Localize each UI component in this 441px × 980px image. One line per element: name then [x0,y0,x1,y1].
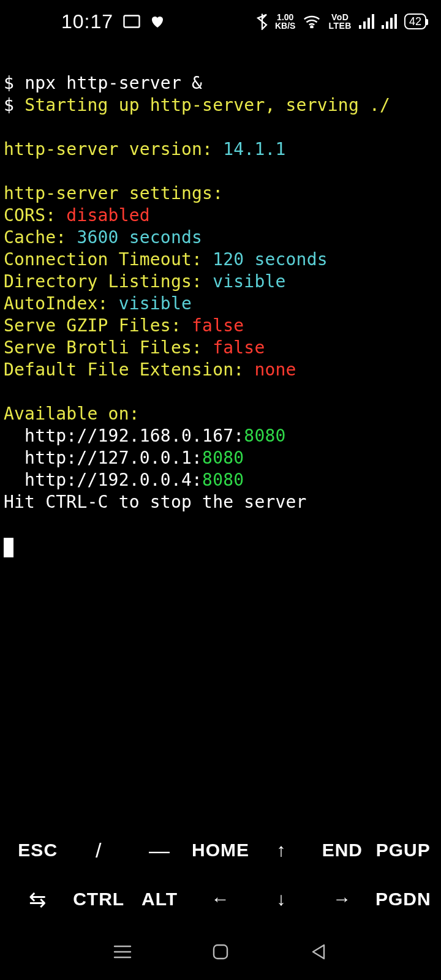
key-row-2: ⇆ CTRL ALT ← ↓ → PGDN [7,875,434,924]
terminal-cursor [4,538,13,557]
url-1-host: http://192.168.0.167: [4,426,244,446]
url-1-port: 8080 [244,426,285,446]
signal-1-icon [359,14,374,29]
autoindex-value: visible [119,293,192,314]
stop-hint: Hit CTRL-C to stop the server [4,492,307,512]
volte-indicator: VoD LTEB [328,13,352,30]
brotli-label: Serve Brotli Files: [4,337,213,358]
defext-label: Default File Extension: [4,360,254,380]
autoindex-label: AutoIndex: [4,293,119,314]
key-alt[interactable]: ALT [129,889,190,910]
kbps-unit: KB/S [275,21,295,30]
bluetooth-icon [257,13,268,30]
cors-label: CORS: [4,205,66,225]
signal-2-icon [382,14,397,29]
volte-top: VoD [331,13,349,21]
cache-label: Cache: [4,227,77,247]
settings-header: http-server settings: [4,183,233,203]
key-tab[interactable]: ⇆ [7,887,68,911]
key-esc[interactable]: ESC [7,840,68,861]
url-3-port: 8080 [202,470,244,490]
clock: 10:17 [61,10,113,33]
dirlist-value: visible [213,271,285,292]
cast-icon [123,15,140,28]
key-ctrl[interactable]: CTRL [68,889,129,910]
key-left[interactable]: ← [190,889,251,910]
command-text: npx http-server & [24,73,202,93]
key-end[interactable]: END [312,840,372,861]
recents-button[interactable] [108,938,137,966]
heart-icon [150,15,165,28]
version-label: http-server version: [4,139,223,159]
gzip-label: Serve GZIP Files: [4,315,192,336]
status-right: 1.00 KB/S VoD LTEB 42 [257,13,426,30]
key-up[interactable]: ↑ [251,840,312,861]
terminal-output[interactable]: $ npx http-server & $ Starting up http-s… [0,43,441,557]
available-header: Available on: [4,404,140,424]
key-slash[interactable]: / [68,839,129,862]
system-nav-bar [0,924,441,980]
back-button[interactable] [304,938,333,966]
svg-rect-5 [214,945,227,959]
volte-bot: LTEB [328,21,352,30]
startup-line: Starting up http-server, serving ./ [24,95,390,115]
key-down[interactable]: ↓ [251,889,312,910]
cache-value: 3600 seconds [77,227,202,247]
key-pgup[interactable]: PGUP [373,840,434,861]
key-home[interactable]: HOME [190,840,251,861]
extra-keys-bar: ESC / — HOME ↑ END PGUP ⇆ CTRL ALT ← ↓ →… [0,826,441,924]
kbps-value: 1.00 [277,13,293,21]
key-row-1: ESC / — HOME ↑ END PGUP [7,826,434,875]
version-value: 14.1.1 [223,139,285,159]
url-2-port: 8080 [202,448,244,468]
battery-indicator: 42 [404,13,426,29]
key-dash[interactable]: — [129,839,190,862]
gzip-value: false [192,315,244,336]
dirlist-label: Directory Listings: [4,271,213,292]
url-3-host: http://192.0.0.4: [4,470,202,490]
key-right[interactable]: → [312,889,372,910]
prompt: $ [4,95,24,115]
status-left: 10:17 [61,10,165,33]
status-bar: 10:17 1.00 KB/S VoD [0,0,441,43]
cors-value: disabled [66,205,149,225]
url-2-host: http://127.0.0.1: [4,448,202,468]
timeout-value: 120 seconds [213,249,328,270]
svg-point-1 [311,26,313,28]
prompt: $ [4,73,24,93]
svg-rect-0 [124,16,140,28]
wifi-icon [303,15,321,28]
defext-value: none [254,360,296,380]
timeout-label: Connection Timeout: [4,249,213,270]
network-speed: 1.00 KB/S [275,13,295,30]
brotli-value: false [213,337,265,358]
key-pgdn[interactable]: PGDN [373,889,434,910]
home-button[interactable] [206,938,235,966]
